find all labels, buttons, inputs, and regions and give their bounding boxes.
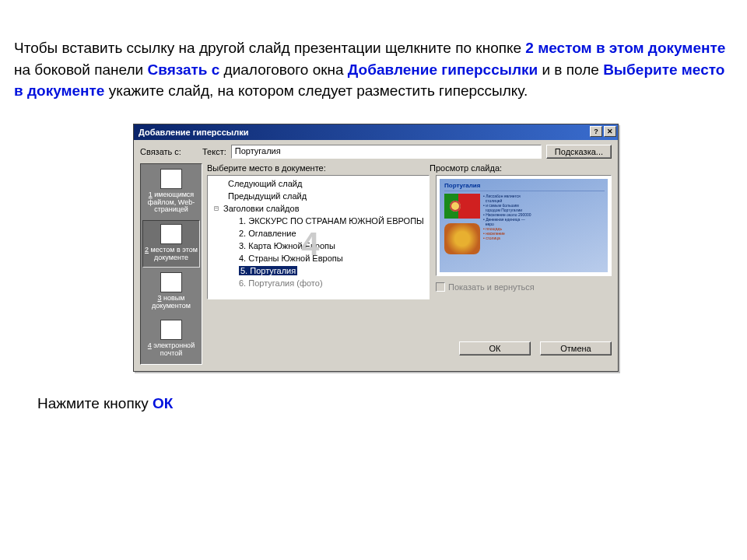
highlight: Связать с <box>147 61 219 78</box>
sidebar-item-email[interactable]: 4 электронной почтой <box>142 317 200 362</box>
tree-item[interactable]: Следующий слайд <box>228 179 302 188</box>
tree-item[interactable]: Заголовки слайдов <box>223 204 300 213</box>
cancel-button[interactable]: Отмена <box>540 341 612 355</box>
help-icon[interactable]: ? <box>590 126 602 137</box>
file-web-icon <box>160 169 182 189</box>
tree-item[interactable]: 2. Оглавление <box>239 229 296 238</box>
portugal-flag-icon <box>444 194 480 219</box>
tree-item[interactable]: 6. Португалия (фото) <box>239 278 323 288</box>
preview-slide-title: Португалия <box>444 182 605 191</box>
link-sidebar: 1 имеющимся файлом, Web-страницей 2 мест… <box>140 163 202 365</box>
highlight: 2 местом в этом документе <box>525 40 725 56</box>
highlight: Добавление гиперссылки <box>348 61 538 78</box>
place-doc-icon <box>160 224 182 244</box>
ok-button[interactable]: ОК <box>459 341 531 355</box>
instruction-text: Чтобы вставить ссылку на другой слайд пр… <box>14 37 733 102</box>
link-with-label: Связать с: <box>140 147 198 156</box>
titlebar[interactable]: Добавление гиперссылки ? ✕ <box>134 124 618 140</box>
sidebar-item-new[interactable]: 3 новым документом <box>142 269 200 315</box>
email-icon <box>160 320 182 340</box>
t: Чтобы вставить ссылку на другой слайд пр… <box>14 40 525 56</box>
t: на боковой панели <box>14 61 147 78</box>
preview-text: • Лиссабон является столицей • и самым б… <box>483 194 605 254</box>
slide-tree[interactable]: 4 Следующий слайд Предыдущий слайд ⊟Заго… <box>207 175 430 299</box>
new-doc-icon <box>160 272 182 292</box>
preview-label: Просмотр слайда: <box>430 163 502 173</box>
text-input[interactable]: Португалия <box>231 145 542 159</box>
t: укажите слайд, на котором следует размес… <box>104 82 528 99</box>
tree-item[interactable]: 3. Карта Южной Европы <box>239 241 335 250</box>
tree-item[interactable]: Предыдущий слайд <box>228 191 307 201</box>
sidebar-item-file[interactable]: 1 имеющимся файлом, Web-страницей <box>142 166 200 219</box>
tree-item[interactable]: 4. Страны Южной Европы <box>239 254 343 263</box>
slide-preview: Португалия • Лиссабон является столицей … <box>436 175 612 276</box>
close-icon[interactable]: ✕ <box>604 126 616 137</box>
hint-button[interactable]: Подсказка... <box>546 145 612 159</box>
tree-item[interactable]: 1. ЭКСКУРС ПО СТРАНАМ ЮЖНОЙ ЕВРОПЫ <box>239 216 424 226</box>
coat-of-arms-icon <box>444 223 480 254</box>
show-return-label: Показать и вернуться <box>448 282 535 292</box>
text-label: Текст: <box>202 147 226 156</box>
t: диалогового окна <box>219 61 348 78</box>
tree-label: Выберите место в документе: <box>207 163 430 173</box>
bottom-instruction: Нажмите кнопку ОК <box>37 395 733 412</box>
dialog-title: Добавление гиперссылки <box>139 128 248 137</box>
sidebar-item-place[interactable]: 2 местом в этом документе <box>142 220 200 268</box>
t: и в поле <box>538 61 603 78</box>
hyperlink-dialog: Добавление гиперссылки ? ✕ Связать с: Те… <box>133 124 619 372</box>
tree-item-selected[interactable]: 5. Португалия <box>239 266 297 275</box>
show-return-checkbox[interactable] <box>436 282 445 292</box>
